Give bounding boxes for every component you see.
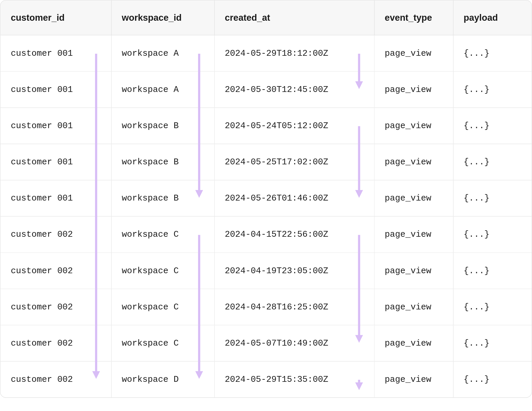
cell-value: 2024-04-15T22:56:00Z [225, 229, 328, 239]
cell-customer-id: customer 002 [0, 216, 111, 252]
cell-value: 2024-04-19T23:05:00Z [225, 266, 328, 276]
cell-value: workspace D [122, 375, 179, 384]
cell-value: page_view [385, 48, 431, 58]
cell-value: customer 002 [11, 266, 73, 276]
cell-payload: {...} [453, 72, 532, 108]
cell-value: customer 002 [11, 338, 73, 348]
cell-value: customer 001 [11, 85, 73, 95]
cell-value: customer 001 [11, 157, 73, 167]
cell-payload: {...} [453, 144, 532, 180]
col-header-customer-id: customer_id [0, 0, 111, 35]
cell-value: {...} [464, 338, 490, 348]
cell-customer-id: customer 001 [0, 35, 111, 71]
cell-event-type: page_view [374, 289, 453, 325]
cell-event-type: page_view [374, 180, 453, 216]
cell-value: 2024-05-25T17:02:00Z [225, 157, 328, 167]
col-header-workspace-id: workspace_id [111, 0, 214, 35]
cell-value: 2024-05-29T18:12:00Z [225, 48, 328, 58]
cell-value: customer 002 [11, 375, 73, 384]
table-row: customer 001workspace B2024-05-24T05:12:… [0, 108, 532, 144]
table-row: customer 002workspace C2024-05-07T10:49:… [0, 325, 532, 361]
cell-created-at: 2024-04-19T23:05:00Z [214, 252, 374, 289]
cell-value: page_view [385, 266, 431, 276]
cell-created-at: 2024-05-26T01:46:00Z [214, 180, 374, 216]
cell-value: page_view [385, 302, 431, 312]
table-header-row: customer_id workspace_id created_at even… [0, 0, 532, 35]
cell-value: {...} [464, 85, 490, 95]
cell-value: 2024-05-30T12:45:00Z [225, 85, 328, 95]
cell-payload: {...} [453, 252, 532, 289]
cell-payload: {...} [453, 289, 532, 325]
cell-workspace-id: workspace B [111, 108, 214, 144]
cell-value: 2024-04-28T16:25:00Z [225, 302, 328, 312]
cell-created-at: 2024-05-29T15:35:00Z [214, 361, 374, 397]
cell-event-type: page_view [374, 35, 453, 71]
cell-workspace-id: workspace C [111, 252, 214, 289]
table-row: customer 001workspace A2024-05-29T18:12:… [0, 35, 532, 71]
cell-event-type: page_view [374, 72, 453, 108]
table-row: customer 002workspace D2024-05-29T15:35:… [0, 361, 532, 397]
cell-value: workspace C [122, 338, 179, 348]
cell-value: page_view [385, 121, 431, 131]
cell-payload: {...} [453, 325, 532, 361]
cell-customer-id: customer 001 [0, 72, 111, 108]
cell-event-type: page_view [374, 361, 453, 397]
cell-customer-id: customer 002 [0, 325, 111, 361]
table-row: customer 001workspace B2024-05-26T01:46:… [0, 180, 532, 216]
col-header-created-at: created_at [214, 0, 374, 35]
cell-value: {...} [464, 48, 490, 58]
col-header-payload: payload [453, 0, 532, 35]
cell-value: customer 002 [11, 229, 73, 239]
table-row: customer 001workspace B2024-05-25T17:02:… [0, 144, 532, 180]
cell-value: {...} [464, 121, 490, 131]
cell-customer-id: customer 001 [0, 144, 111, 180]
cell-customer-id: customer 002 [0, 361, 111, 397]
cell-value: customer 001 [11, 48, 73, 58]
cell-workspace-id: workspace D [111, 361, 214, 397]
cell-value: customer 001 [11, 121, 73, 131]
cell-workspace-id: workspace C [111, 289, 214, 325]
cell-value: page_view [385, 229, 431, 239]
cell-value: page_view [385, 193, 431, 203]
cell-payload: {...} [453, 180, 532, 216]
cell-value: page_view [385, 338, 431, 348]
cell-payload: {...} [453, 216, 532, 252]
cell-value: {...} [464, 302, 490, 312]
cell-workspace-id: workspace B [111, 180, 214, 216]
cell-value: {...} [464, 375, 490, 384]
cell-value: {...} [464, 229, 490, 239]
cell-payload: {...} [453, 361, 532, 397]
data-table-container: customer_id workspace_id created_at even… [0, 0, 532, 398]
cell-value: 2024-05-07T10:49:00Z [225, 338, 328, 348]
cell-value: 2024-05-29T15:35:00Z [225, 375, 328, 384]
events-table: customer_id workspace_id created_at even… [0, 0, 532, 397]
cell-customer-id: customer 002 [0, 252, 111, 289]
cell-value: 2024-05-24T05:12:00Z [225, 121, 328, 131]
table-row: customer 001workspace A2024-05-30T12:45:… [0, 72, 532, 108]
cell-value: {...} [464, 266, 490, 276]
cell-created-at: 2024-05-25T17:02:00Z [214, 144, 374, 180]
cell-workspace-id: workspace C [111, 325, 214, 361]
cell-workspace-id: workspace A [111, 35, 214, 71]
cell-value: customer 001 [11, 193, 73, 203]
cell-created-at: 2024-05-29T18:12:00Z [214, 35, 374, 71]
cell-value: page_view [385, 85, 431, 95]
cell-event-type: page_view [374, 108, 453, 144]
cell-value: workspace C [122, 302, 179, 312]
cell-value: customer 002 [11, 302, 73, 312]
cell-value: {...} [464, 157, 490, 167]
cell-customer-id: customer 002 [0, 289, 111, 325]
cell-event-type: page_view [374, 252, 453, 289]
cell-value: workspace A [122, 48, 179, 58]
table-row: customer 002workspace C2024-04-28T16:25:… [0, 289, 532, 325]
cell-created-at: 2024-05-24T05:12:00Z [214, 108, 374, 144]
cell-value: workspace B [122, 121, 179, 131]
cell-workspace-id: workspace C [111, 216, 214, 252]
cell-created-at: 2024-04-28T16:25:00Z [214, 289, 374, 325]
cell-created-at: 2024-05-30T12:45:00Z [214, 72, 374, 108]
cell-value: workspace C [122, 229, 179, 239]
cell-customer-id: customer 001 [0, 108, 111, 144]
cell-value: 2024-05-26T01:46:00Z [225, 193, 328, 203]
cell-value: workspace A [122, 85, 179, 95]
table-row: customer 002workspace C2024-04-19T23:05:… [0, 252, 532, 289]
